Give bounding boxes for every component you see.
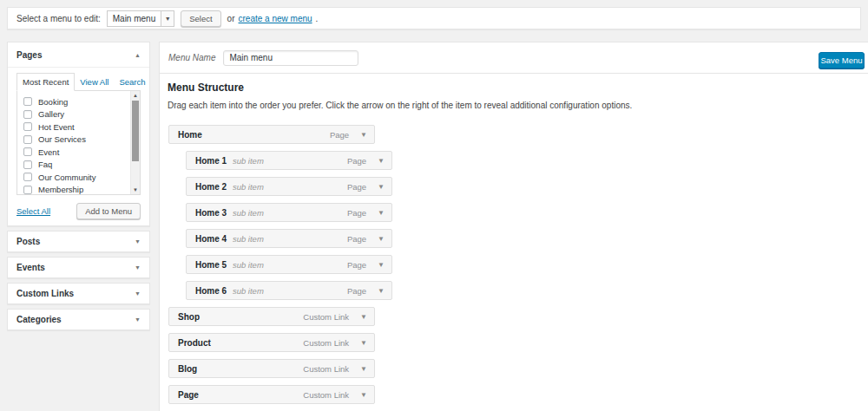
menu-item-type: Custom Link (303, 338, 349, 348)
page-checkbox-row[interactable]: Our Community (23, 171, 126, 184)
menu-item[interactable]: Home 2 sub itemPage▼ (186, 177, 392, 196)
menu-item-meta: Custom Link▼ (303, 364, 367, 374)
menu-item[interactable]: ProductCustom Link▼ (168, 333, 375, 352)
period-text: . (316, 14, 319, 23)
sub-item-label: sub item (233, 234, 264, 244)
menu-structure-list: HomePage▼Home 1 sub itemPage▼Home 2 sub … (168, 125, 868, 411)
chevron-down-icon[interactable]: ▼ (360, 391, 367, 399)
menu-item[interactable]: HomePage▼ (168, 125, 375, 144)
panel-title: Events (16, 263, 45, 272)
checkbox[interactable] (23, 97, 32, 106)
menu-select[interactable]: Main menu ▼ (107, 10, 174, 27)
chevron-down-icon[interactable]: ▼ (378, 157, 385, 165)
menu-name-input[interactable] (223, 50, 358, 66)
checkbox[interactable] (23, 110, 32, 119)
panel-header-categories[interactable]: Categories▼ (8, 310, 149, 329)
add-to-menu-button[interactable]: Add to Menu (76, 203, 141, 219)
pages-panel-title: Pages (16, 50, 42, 60)
menu-item-title: Home 6 sub item (195, 286, 264, 296)
chevron-down-icon[interactable]: ▼ (378, 235, 385, 243)
menu-item-type: Page (347, 260, 366, 270)
chevron-down-icon[interactable]: ▼ (378, 261, 385, 269)
menu-item-type: Page (347, 208, 366, 218)
select-button[interactable]: Select (181, 10, 220, 27)
tab-view-all[interactable]: View All (75, 74, 114, 90)
checkbox[interactable] (23, 186, 32, 194)
chevron-down-icon[interactable]: ▼ (360, 339, 367, 347)
panel-categories: Categories▼ (7, 309, 150, 330)
chevron-up-icon: ▲ (135, 52, 141, 58)
menu-item[interactable]: BlogCustom Link▼ (168, 359, 375, 378)
panel-header-posts[interactable]: Posts▼ (8, 232, 149, 251)
chevron-down-icon[interactable]: ▼ (378, 287, 385, 295)
menu-item-meta: Page▼ (347, 260, 385, 270)
checkbox[interactable] (23, 173, 32, 181)
page-label: Booking (38, 97, 68, 107)
chevron-down-icon: ▼ (161, 11, 174, 26)
tab-most-recent[interactable]: Most Recent (16, 73, 75, 91)
page-checkbox-row[interactable]: Gallery (23, 108, 126, 121)
sub-item-label: sub item (233, 156, 264, 166)
menu-item[interactable]: ShopCustom Link▼ (168, 307, 375, 326)
save-menu-button[interactable]: Save Menu (819, 52, 865, 68)
panel-pages: Pages ▲ Most RecentView AllSearch Bookin… (7, 42, 150, 226)
page-checkbox-row[interactable]: Hot Event (23, 121, 126, 134)
select-menu-label: Select a menu to edit: (16, 14, 101, 23)
page-label: Our Services (38, 134, 86, 144)
menu-item-title: Blog (178, 364, 197, 374)
pages-list: BookingGalleryHot EventOur ServicesEvent… (17, 91, 140, 195)
page-checkbox-row[interactable]: Our Services (23, 134, 126, 147)
panel-title: Categories (16, 315, 62, 324)
chevron-down-icon[interactable]: ▼ (360, 131, 367, 139)
chevron-down-icon[interactable]: ▼ (360, 365, 367, 373)
panel-header-custom-links[interactable]: Custom Links▼ (8, 284, 149, 303)
menu-structure-title: Menu Structure (168, 82, 868, 94)
menu-item[interactable]: Home 3 sub itemPage▼ (186, 203, 392, 222)
menu-item-meta: Custom Link▼ (303, 390, 367, 400)
scroll-up-icon[interactable]: ▲ (131, 91, 140, 100)
sub-item-label: sub item (233, 208, 264, 218)
menu-item-title: Product (178, 338, 211, 348)
menu-item-title: Page (178, 390, 199, 400)
menu-item[interactable]: Home 5 sub itemPage▼ (186, 255, 392, 274)
create-new-menu-link[interactable]: create a new menu (239, 14, 312, 23)
page-checkbox-row[interactable]: Booking (23, 95, 126, 108)
checkbox[interactable] (23, 122, 32, 131)
page-checkbox-row[interactable]: Event (23, 146, 126, 159)
checkbox[interactable] (23, 147, 32, 156)
page-checkbox-row[interactable]: Faq (23, 159, 126, 172)
chevron-down-icon[interactable]: ▼ (360, 313, 367, 321)
pages-panel-body: Most RecentView AllSearch BookingGallery… (8, 73, 149, 225)
menu-item-meta: Custom Link▼ (303, 338, 367, 348)
menu-name-header: Menu Name (160, 42, 868, 74)
menu-item-type: Custom Link (303, 390, 349, 400)
tab-search[interactable]: Search (114, 74, 150, 90)
scroll-down-icon[interactable]: ▼ (131, 186, 140, 194)
menu-item[interactable]: Home 6 sub itemPage▼ (186, 281, 392, 300)
panel-header-events[interactable]: Events▼ (8, 258, 149, 277)
menu-item[interactable]: Home 4 sub itemPage▼ (186, 229, 392, 248)
select-all-link[interactable]: Select All (16, 206, 50, 216)
pages-panel-header[interactable]: Pages ▲ (8, 42, 149, 68)
page-checkbox-row[interactable]: Membership (23, 184, 126, 196)
menus-admin-page: Select a menu to edit: Main menu ▼ Selec… (0, 0, 868, 411)
panel-posts: Posts▼ (7, 231, 150, 252)
checkbox[interactable] (23, 160, 32, 169)
menu-item[interactable]: Home 1 sub itemPage▼ (186, 151, 392, 170)
chevron-down-icon[interactable]: ▼ (378, 183, 385, 191)
checkbox[interactable] (23, 135, 32, 144)
sidebar-accordions: Posts▼Events▼Custom Links▼Categories▼ (7, 231, 150, 330)
sidebar: Pages ▲ Most RecentView AllSearch Bookin… (7, 42, 150, 335)
menu-name-label: Menu Name (168, 53, 215, 62)
menu-item-title: Home 4 sub item (195, 234, 264, 244)
page-label: Faq (38, 160, 52, 169)
scroll-thumb[interactable] (132, 101, 139, 161)
scrollbar[interactable]: ▲ ▼ (130, 91, 140, 194)
menu-item-type: Page (347, 286, 366, 296)
menu-item-meta: Custom Link▼ (303, 312, 367, 322)
pages-tabs: Most RecentView AllSearch (16, 73, 141, 90)
menu-item[interactable]: PageCustom Link▼ (168, 385, 375, 404)
chevron-down-icon[interactable]: ▼ (378, 209, 385, 217)
menu-item-type: Page (347, 182, 366, 192)
pages-tab-panel: BookingGalleryHot EventOur ServicesEvent… (16, 90, 141, 195)
